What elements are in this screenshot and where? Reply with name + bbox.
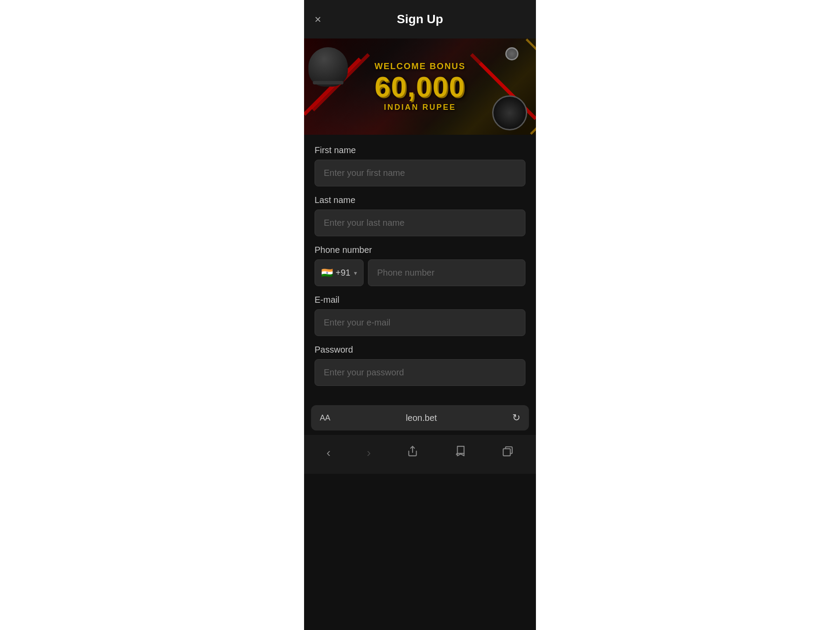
helmet-decoration <box>308 47 348 87</box>
bonus-amount: 60,000 <box>374 73 466 101</box>
flag-icon: 🇮🇳 <box>321 267 333 279</box>
country-code: +91 <box>336 268 350 278</box>
bookmarks-button[interactable] <box>448 444 473 462</box>
tabs-icon <box>502 445 514 457</box>
page-title: Sign Up <box>397 12 443 26</box>
browser-refresh-button[interactable]: ↻ <box>512 412 520 424</box>
currency-label: INDIAN RUPEE <box>374 103 466 112</box>
share-icon <box>407 445 418 457</box>
welcome-bonus-label: WELCOME BONUS <box>374 61 466 71</box>
first-name-input[interactable] <box>315 160 525 186</box>
phone-row: 🇮🇳 +91 ▾ <box>315 259 525 286</box>
forward-button[interactable]: › <box>360 444 378 462</box>
last-name-label: Last name <box>315 195 525 205</box>
email-input[interactable] <box>315 309 525 336</box>
phone-frame: × Sign Up WELCOME BONUS 60,000 INDIAN RU… <box>304 0 536 630</box>
close-button[interactable]: × <box>315 14 321 25</box>
roulette-decoration <box>492 95 527 130</box>
svg-rect-1 <box>503 449 510 456</box>
country-selector[interactable]: 🇮🇳 +91 ▾ <box>315 259 364 286</box>
header: × Sign Up <box>304 0 536 38</box>
password-input[interactable] <box>315 359 525 386</box>
password-label: Password <box>315 345 525 355</box>
last-name-group: Last name <box>315 195 525 236</box>
chevron-down-icon: ▾ <box>354 270 357 276</box>
email-group: E-mail <box>315 295 525 336</box>
back-button[interactable]: ‹ <box>319 444 337 462</box>
phone-label: Phone number <box>315 245 525 255</box>
browser-aa-button[interactable]: AA <box>320 413 330 423</box>
browser-url[interactable]: leon.bet <box>330 413 512 423</box>
welcome-banner: WELCOME BONUS 60,000 INDIAN RUPEE <box>304 38 536 135</box>
tabs-button[interactable] <box>495 444 521 462</box>
last-name-input[interactable] <box>315 210 525 236</box>
chip-decoration <box>505 47 518 60</box>
share-button[interactable] <box>400 444 425 462</box>
email-label: E-mail <box>315 295 525 305</box>
signup-form: First name Last name Phone number 🇮🇳 +91… <box>304 135 536 402</box>
navigation-bar: ‹ › <box>304 435 536 474</box>
phone-input[interactable] <box>368 259 525 286</box>
browser-address-bar: AA leon.bet ↻ <box>311 405 529 430</box>
password-group: Password <box>315 345 525 386</box>
bookmarks-icon <box>455 445 466 457</box>
screen-wrapper: × Sign Up WELCOME BONUS 60,000 INDIAN RU… <box>0 0 840 630</box>
first-name-group: First name <box>315 145 525 186</box>
phone-group: Phone number 🇮🇳 +91 ▾ <box>315 245 525 286</box>
banner-content: WELCOME BONUS 60,000 INDIAN RUPEE <box>374 61 466 112</box>
first-name-label: First name <box>315 145 525 155</box>
